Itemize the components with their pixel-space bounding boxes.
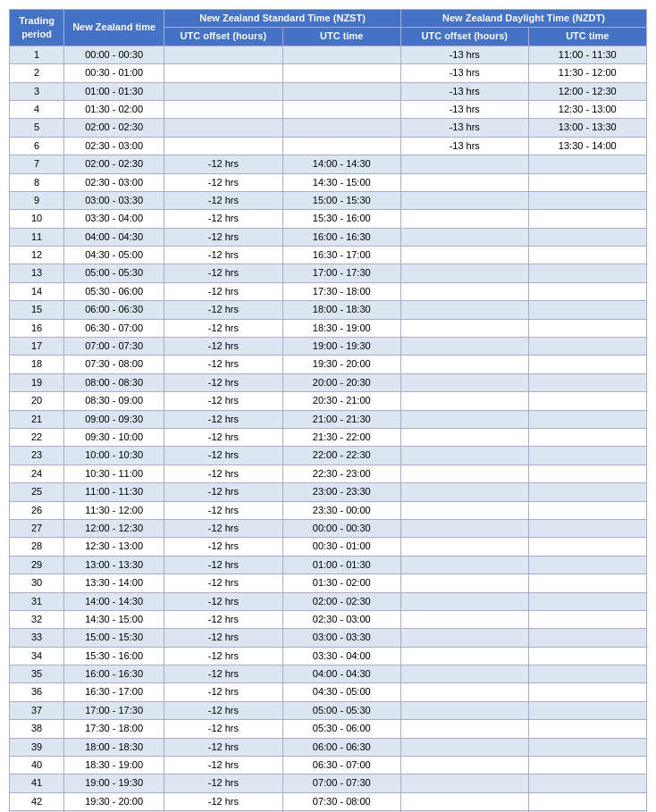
- nzst-offset-cell: -12 hrs: [164, 301, 282, 319]
- nz-time-cell: 04:00 - 04:30: [64, 228, 164, 246]
- trading-period-cell: 13: [10, 264, 64, 282]
- nzst-utc-cell: 05:30 - 06:00: [282, 720, 400, 738]
- nz-time-cell: 05:00 - 05:30: [64, 264, 164, 282]
- nz-time-cell: 01:30 - 02:00: [64, 100, 164, 118]
- nzst-utc-cell: 23:00 - 23:30: [282, 483, 400, 501]
- nz-time-cell: 09:00 - 09:30: [64, 410, 164, 428]
- nzdt-offset-cell: [400, 392, 528, 410]
- nzst-offset-cell: -12 hrs: [164, 501, 282, 519]
- nzdt-utc-cell: [528, 683, 646, 701]
- nzdt-utc-cell: [528, 228, 646, 246]
- nzst-utc-cell: 06:00 - 06:30: [282, 738, 400, 756]
- nzdt-utc-cell: [528, 356, 646, 373]
- nzst-offset-cell: [164, 46, 282, 63]
- nzdt-offset-cell: [400, 173, 528, 191]
- trading-period-cell: 4: [10, 100, 64, 118]
- nz-time-cell: 11:30 - 12:00: [64, 501, 164, 519]
- nzst-utc-cell: 00:00 - 00:30: [282, 519, 400, 537]
- nzst-utc-cell: 01:30 - 02:00: [282, 574, 400, 592]
- nzdt-utc-cell: [528, 373, 646, 391]
- trading-period-cell: 7: [10, 155, 64, 173]
- nzdt-utc-cell: [528, 483, 646, 501]
- trading-period-cell: 39: [10, 738, 64, 756]
- nzdt-offset-cell: [400, 501, 528, 519]
- trading-period-cell: 17: [10, 338, 64, 356]
- nz-time-cell: 10:00 - 10:30: [64, 447, 164, 465]
- trading-period-cell: 23: [10, 447, 64, 465]
- nz-time-cell: 11:00 - 11:30: [64, 483, 164, 501]
- nzdt-offset-cell: [400, 538, 528, 556]
- nz-time-cell: 00:00 - 00:30: [64, 46, 164, 63]
- nz-time-cell: 02:30 - 03:00: [64, 173, 164, 191]
- nzst-utc-cell: 15:00 - 15:30: [282, 191, 400, 209]
- nz-time-cell: 15:30 - 16:00: [64, 647, 164, 665]
- nz-time-cell: 13:30 - 14:00: [64, 574, 164, 592]
- nzst-utc-cell: 04:00 - 04:30: [282, 666, 400, 683]
- nzdt-offset-cell: -13 hrs: [400, 100, 528, 118]
- nzdt-offset-cell: [400, 428, 528, 446]
- nzst-utc-cell: 15:30 - 16:00: [282, 210, 400, 228]
- nzdt-utc-cell: [528, 264, 646, 282]
- nzst-offset-cell: [164, 119, 282, 137]
- nzdt-utc-cell: [528, 155, 646, 173]
- nzst-offset-cell: [164, 137, 282, 155]
- trading-period-cell: 11: [10, 228, 64, 246]
- nzdt-offset-cell: [400, 574, 528, 592]
- header-nzst-utc-offset: UTC offset (hours): [164, 28, 282, 46]
- nz-time-cell: 00:30 - 01:00: [64, 64, 164, 82]
- nzdt-offset-cell: [400, 738, 528, 756]
- trading-period-cell: 21: [10, 410, 64, 428]
- trading-period-cell: 2: [10, 64, 64, 82]
- nzdt-offset-cell: [400, 264, 528, 282]
- nzst-offset-cell: -12 hrs: [164, 247, 282, 264]
- nzdt-offset-cell: [400, 519, 528, 537]
- timezone-table: Trading period New Zealand time New Zeal…: [9, 9, 647, 812]
- trading-period-cell: 27: [10, 519, 64, 537]
- nzst-utc-cell: 16:30 - 17:00: [282, 247, 400, 264]
- nzdt-utc-cell: [528, 465, 646, 482]
- nzdt-offset-cell: [400, 629, 528, 647]
- nz-time-cell: 17:30 - 18:00: [64, 720, 164, 738]
- trading-period-cell: 37: [10, 701, 64, 719]
- nzdt-offset-cell: [400, 247, 528, 264]
- nzst-offset-cell: -12 hrs: [164, 538, 282, 556]
- nzst-utc-cell: 04:30 - 05:00: [282, 683, 400, 701]
- nzdt-utc-cell: [528, 519, 646, 537]
- nzdt-offset-cell: [400, 210, 528, 228]
- nz-time-cell: 02:00 - 02:30: [64, 155, 164, 173]
- trading-period-cell: 3: [10, 82, 64, 100]
- nzdt-offset-cell: [400, 319, 528, 337]
- nzst-offset-cell: -12 hrs: [164, 592, 282, 610]
- nzst-offset-cell: -12 hrs: [164, 282, 282, 300]
- nz-time-cell: 12:00 - 12:30: [64, 519, 164, 537]
- trading-period-cell: 12: [10, 247, 64, 264]
- trading-period-cell: 9: [10, 191, 64, 209]
- nzdt-offset-cell: [400, 701, 528, 719]
- nzdt-offset-cell: [400, 228, 528, 246]
- nzdt-offset-cell: [400, 373, 528, 391]
- nzdt-utc-cell: [528, 629, 646, 647]
- nz-time-cell: 14:30 - 15:00: [64, 610, 164, 628]
- trading-period-cell: 36: [10, 683, 64, 701]
- nzst-offset-cell: -12 hrs: [164, 228, 282, 246]
- nzst-offset-cell: -12 hrs: [164, 720, 282, 738]
- nzdt-offset-cell: -13 hrs: [400, 119, 528, 137]
- nzdt-utc-cell: [528, 247, 646, 264]
- nzst-utc-cell: 17:30 - 18:00: [282, 282, 400, 300]
- nz-time-cell: 03:30 - 04:00: [64, 210, 164, 228]
- trading-period-cell: 25: [10, 483, 64, 501]
- nzdt-offset-cell: [400, 592, 528, 610]
- nzst-offset-cell: -12 hrs: [164, 556, 282, 573]
- nzdt-utc-cell: [528, 173, 646, 191]
- nz-time-cell: 19:30 - 20:00: [64, 792, 164, 810]
- nzst-utc-cell: 22:30 - 23:00: [282, 465, 400, 482]
- nzst-utc-cell: 18:30 - 19:00: [282, 319, 400, 337]
- nzst-offset-cell: -12 hrs: [164, 701, 282, 719]
- nzst-offset-cell: -12 hrs: [164, 574, 282, 592]
- nzdt-offset-cell: -13 hrs: [400, 137, 528, 155]
- nzdt-utc-cell: 12:30 - 13:00: [528, 100, 646, 118]
- nzst-offset-cell: -12 hrs: [164, 465, 282, 482]
- nz-time-cell: 08:30 - 09:00: [64, 392, 164, 410]
- nzst-offset-cell: -12 hrs: [164, 373, 282, 391]
- header-nzst-group: New Zealand Standard Time (NZST): [164, 10, 401, 28]
